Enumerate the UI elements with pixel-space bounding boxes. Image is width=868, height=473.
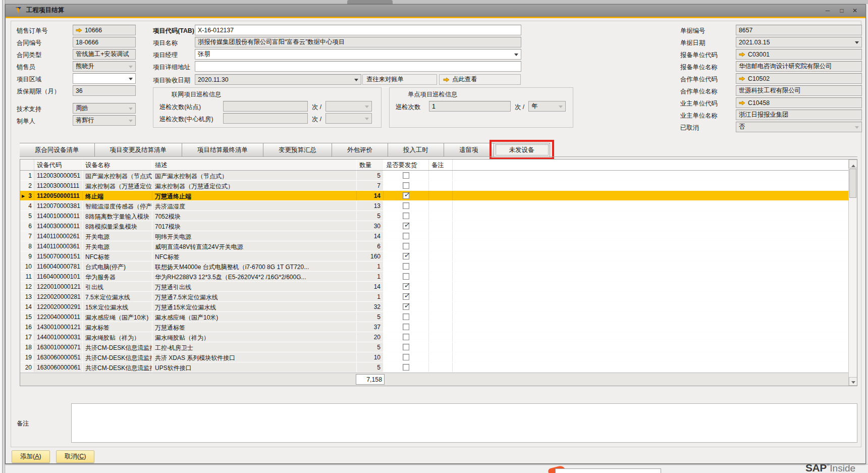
cell-description[interactable]: 华为RH2288V3 12*3.5盘（E5-2620V4*2 /16G*2/60… — [152, 272, 357, 281]
table-row[interactable]: 20 1630060000061 共济CM-DESK信息流监控平台... UPS… — [20, 362, 857, 373]
cell-remark[interactable] — [429, 342, 453, 352]
cell-remark[interactable] — [429, 292, 453, 301]
row-number[interactable]: 6 — [20, 221, 34, 231]
tab[interactable]: 外包评价 — [332, 143, 388, 157]
vertical-scrollbar[interactable] — [848, 160, 857, 386]
field-input[interactable]: C10502 — [736, 73, 862, 84]
cell-device-code[interactable]: 1220010000121 — [34, 282, 83, 291]
field-input[interactable]: 管线施工+安装调试 — [73, 49, 136, 60]
project-address-input[interactable] — [195, 61, 521, 72]
cell-remark[interactable] — [429, 171, 453, 180]
cell-device-name[interactable]: 终止端 — [83, 191, 152, 200]
ship-checkbox[interactable] — [403, 182, 409, 189]
ship-checkbox[interactable] — [403, 253, 409, 259]
ship-checkbox[interactable] — [403, 243, 409, 249]
cell-quantity[interactable]: 6 — [357, 241, 384, 251]
cell-quantity[interactable]: 5 — [357, 362, 384, 372]
table-row[interactable]: 9 1150070000151 NFC标签 NFC标签 160 — [20, 251, 857, 261]
cell-quantity[interactable]: 14 — [357, 282, 384, 291]
cell-device-code[interactable]: 1160040000781 — [34, 261, 83, 271]
table-row[interactable]: 18 1630010000071 共济CM-DESK信息流监控平台... 工控-… — [20, 342, 857, 352]
maximize-button[interactable]: □ — [836, 6, 847, 15]
cell-device-name[interactable]: 漏水控制器（万慧通定位式） — [83, 181, 152, 190]
cell-device-name[interactable]: 7.5米定位漏水线 — [83, 292, 152, 301]
field-input[interactable]: 10666 — [73, 25, 136, 35]
ship-checkbox[interactable] — [403, 192, 409, 199]
cell-quantity[interactable]: 1 — [357, 292, 384, 301]
cell-quantity[interactable]: 7 — [357, 181, 384, 190]
cell-quantity[interactable]: 30 — [357, 221, 384, 231]
cell-remark[interactable] — [429, 181, 453, 190]
cell-device-name[interactable]: 开关电源 — [83, 231, 152, 241]
tab[interactable]: 项目结算最终清单 — [182, 143, 263, 157]
cell-remark[interactable] — [429, 191, 453, 200]
table-row[interactable]: 12 1220010000121 引出线 万慧通引出线 14 — [20, 282, 857, 292]
cell-description[interactable]: 国产漏水控制器（节点式） — [152, 171, 357, 180]
cell-device-name[interactable]: 漏水绳胶贴（祥为） — [83, 332, 152, 342]
cell-quantity[interactable]: 32 — [357, 302, 384, 311]
cell-description[interactable]: 漏水控制器（万慧通定位式） — [152, 181, 357, 190]
cell-remark[interactable] — [429, 221, 453, 231]
tab[interactable]: 项目变更及结算清单 — [95, 143, 183, 157]
cell-description[interactable]: 明纬开关电源 — [152, 231, 357, 241]
cell-remark[interactable] — [429, 231, 453, 241]
cell-quantity[interactable]: 5 — [357, 342, 384, 352]
ship-checkbox[interactable] — [403, 233, 409, 239]
ship-checkbox[interactable] — [403, 263, 409, 270]
cell-device-code[interactable]: 1120030000111 — [34, 181, 83, 190]
field-input[interactable]: 否 — [736, 122, 862, 132]
cell-device-code[interactable]: 1150070000151 — [34, 251, 83, 261]
field-input[interactable]: 蒋辉行 — [73, 115, 136, 126]
field-input[interactable]: C03001 — [736, 49, 862, 60]
cell-remark[interactable] — [429, 261, 453, 271]
table-row[interactable]: 6 1140030000011 8路模拟量采集模块 7017模块 30 — [20, 221, 857, 231]
field-input[interactable]: 华信邮电咨询设计研究院有限公司 — [736, 61, 862, 72]
cell-remark[interactable] — [429, 332, 453, 342]
tab[interactable]: 原合同设备清单 — [20, 143, 95, 157]
link-arrow-icon[interactable] — [443, 77, 450, 82]
table-row[interactable]: 17 1440010000031 漏水绳胶贴（祥为） 漏水绳胶贴（祥为） 20 — [20, 332, 857, 342]
cell-description[interactable]: 万慧通7.5米定位漏水线 — [152, 292, 357, 301]
cell-quantity[interactable]: 14 — [357, 231, 384, 241]
cell-device-name[interactable]: 智能温湿度传感器（停产-勿选... — [83, 201, 152, 211]
close-button[interactable]: ✕ — [849, 6, 860, 15]
ship-checkbox[interactable] — [403, 283, 409, 290]
cell-device-name[interactable]: NFC标签 — [83, 251, 152, 261]
cell-device-name[interactable]: 华为服务器 — [83, 272, 152, 281]
link-arrow-icon[interactable] — [76, 28, 82, 33]
row-number[interactable]: 8 — [20, 241, 34, 251]
cell-remark[interactable] — [429, 282, 453, 291]
cell-device-code[interactable]: 1220020000291 — [34, 302, 83, 311]
cell-quantity[interactable]: 37 — [357, 322, 384, 332]
table-row[interactable]: 19 1630060000051 共济CM-DESK信息流监控平台... 共济 … — [20, 352, 857, 362]
col-header-qty[interactable]: 数量 — [357, 160, 384, 170]
cell-device-code[interactable]: 1120050000111 — [34, 191, 83, 200]
col-header-remark[interactable]: 备注 — [429, 160, 453, 170]
tab[interactable]: 变更预算汇总 — [263, 143, 332, 157]
row-number[interactable]: 19 — [20, 352, 34, 362]
cell-description[interactable]: UPS软件接口 — [152, 362, 357, 372]
cell-device-name[interactable]: 漏水感应绳（国产10米) — [83, 312, 152, 322]
scroll-thumb[interactable] — [849, 169, 856, 198]
link-arrow-icon[interactable] — [739, 100, 745, 106]
project-code-input[interactable]: X-16-012137 — [195, 25, 521, 35]
col-header-name[interactable]: 设备名称 — [83, 160, 152, 170]
cell-device-code[interactable]: 1220040000011 — [34, 312, 83, 322]
cell-description[interactable]: 万慧通15米定位漏水线 — [152, 302, 357, 311]
ship-checkbox[interactable] — [403, 354, 409, 360]
cell-description[interactable]: NFC标签 — [152, 251, 357, 261]
row-number[interactable]: 5 — [20, 211, 34, 221]
field-input[interactable]: 周皓 — [73, 103, 136, 114]
cell-device-code[interactable]: 1140110000361 — [34, 241, 83, 251]
row-number[interactable]: 7 — [20, 231, 34, 241]
cell-device-code[interactable]: 1160400000101 — [34, 272, 83, 281]
cell-description[interactable]: 联想扬天M4000e 台式电脑整机（i7-6700 8G 1T GT720... — [152, 261, 357, 271]
cell-remark[interactable] — [429, 241, 453, 251]
view-statement-link[interactable]: 点此查看 — [439, 74, 521, 85]
ship-checkbox[interactable] — [403, 324, 409, 330]
ship-checkbox[interactable] — [403, 334, 409, 340]
table-row[interactable]: 4 1120070000381 智能温湿度传感器（停产-勿选... 共济温湿度 … — [20, 201, 857, 211]
cell-description[interactable]: 万慧通终止端 — [152, 191, 357, 200]
row-number[interactable]: 20 — [20, 362, 34, 372]
field-input[interactable]: C10458 — [736, 97, 862, 108]
